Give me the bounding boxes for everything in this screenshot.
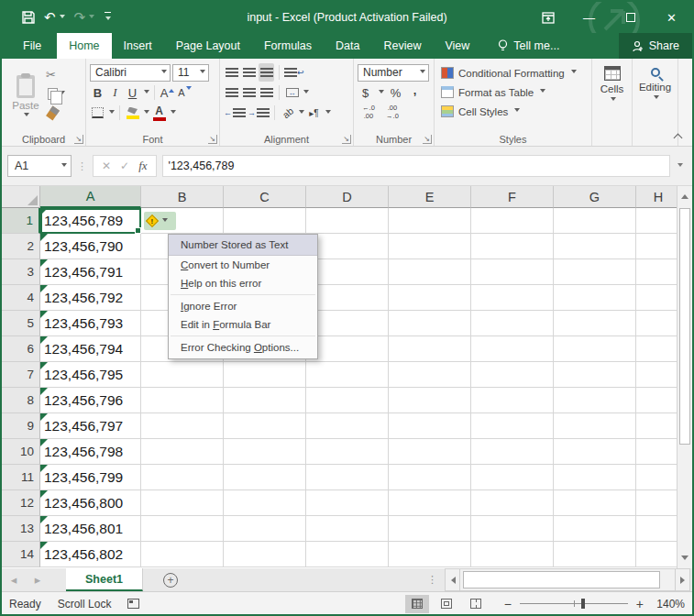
cell[interactable] — [306, 388, 389, 413]
cell[interactable] — [306, 516, 389, 542]
row-header[interactable]: 8 — [2, 388, 40, 413]
cell[interactable] — [224, 388, 306, 413]
cell[interactable] — [389, 311, 471, 336]
macro-record-icon[interactable] — [127, 599, 139, 609]
cell[interactable] — [389, 234, 471, 259]
font-size-dropdown-icon[interactable] — [200, 70, 205, 76]
insert-function-button[interactable]: fx — [138, 159, 147, 173]
cell[interactable] — [141, 439, 224, 465]
cell[interactable] — [554, 285, 636, 311]
cell-a1[interactable]: 123,456,789 — [40, 208, 141, 234]
tab-data[interactable]: Data — [324, 33, 371, 59]
row-header[interactable]: 9 — [2, 413, 40, 439]
row-header[interactable]: 14 — [2, 542, 40, 567]
cell[interactable] — [554, 516, 636, 542]
wrap-text-button[interactable]: ↩ — [284, 63, 305, 82]
cell[interactable] — [554, 439, 636, 465]
menu-item-error-checking-options[interactable]: Error Checking Options... — [169, 338, 317, 357]
tab-formulas[interactable]: Formulas — [252, 33, 324, 59]
middle-align-button[interactable] — [241, 63, 257, 82]
tab-file[interactable]: File — [7, 33, 57, 59]
vertical-scrollbar-thumb[interactable] — [679, 208, 690, 445]
horizontal-scrollbar[interactable] — [445, 568, 690, 591]
new-sheet-button[interactable]: + — [163, 573, 178, 588]
menu-item-help-on-this-error[interactable]: Help on this error — [169, 274, 317, 292]
cell[interactable] — [224, 362, 306, 388]
bottom-align-button[interactable] — [259, 63, 274, 82]
underline-button[interactable]: U — [125, 83, 140, 102]
cell-a2[interactable]: 123,456,790 — [40, 234, 141, 259]
cell[interactable] — [224, 439, 306, 465]
align-left-button[interactable] — [224, 83, 239, 102]
cell[interactable] — [389, 439, 471, 465]
cell[interactable] — [554, 490, 636, 516]
fill-color-button[interactable] — [125, 104, 140, 122]
cell[interactable] — [471, 542, 554, 567]
align-right-button[interactable] — [259, 83, 274, 102]
horizontal-scrollbar-thumb[interactable] — [463, 571, 660, 588]
tab-bar-splitter-handle[interactable]: ⋮ — [427, 574, 437, 586]
cell-a5[interactable]: 123,456,793 — [40, 311, 141, 336]
undo-button[interactable]: ↶ — [44, 9, 65, 26]
column-header-e[interactable]: E — [389, 186, 471, 208]
view-page-break-button[interactable] — [464, 595, 488, 613]
cell[interactable] — [471, 413, 554, 439]
ribbon-display-options-button[interactable] — [527, 2, 568, 33]
font-color-button[interactable]: A — [151, 104, 167, 122]
merge-center-button[interactable]: ↔ — [284, 83, 300, 102]
cell[interactable] — [141, 516, 224, 542]
percent-style-button[interactable]: % — [388, 83, 403, 102]
cell[interactable] — [471, 439, 554, 465]
sheet-tab-sheet1[interactable]: Sheet1 — [66, 568, 143, 591]
scroll-down-button[interactable] — [677, 548, 692, 568]
menu-item-ignore-error[interactable]: Ignore Error — [169, 297, 317, 315]
cell-a7[interactable]: 123,456,795 — [40, 362, 141, 388]
formula-bar-handle[interactable]: ⋮ — [77, 160, 87, 172]
collapse-ribbon-button[interactable] — [675, 135, 681, 141]
tab-insert[interactable]: Insert — [112, 33, 164, 59]
tab-page-layout[interactable]: Page Layout — [164, 33, 252, 59]
alignment-dialog-launcher[interactable]: ↘ — [342, 135, 351, 144]
cell[interactable] — [224, 542, 306, 567]
share-button[interactable]: Share — [619, 33, 692, 59]
cell[interactable] — [306, 490, 389, 516]
row-header[interactable]: 4 — [2, 285, 40, 311]
cell[interactable] — [389, 516, 471, 542]
cell[interactable] — [554, 234, 636, 259]
cell[interactable] — [389, 465, 471, 490]
cell[interactable] — [306, 542, 389, 567]
column-header-b[interactable]: B — [141, 186, 224, 208]
cell[interactable] — [554, 362, 636, 388]
decrease-font-size-button[interactable]: A — [177, 83, 193, 102]
font-dialog-launcher[interactable]: ↘ — [208, 135, 217, 144]
tell-me-box[interactable]: Tell me... — [487, 33, 570, 59]
cell[interactable] — [471, 336, 554, 362]
cell[interactable] — [306, 336, 389, 362]
tab-view[interactable]: View — [433, 33, 481, 59]
format-as-table-button[interactable]: Format as Table — [438, 82, 588, 102]
zoom-in-button[interactable]: + — [636, 597, 644, 611]
cell-a3[interactable]: 123,456,791 — [40, 259, 141, 285]
cut-button[interactable]: ✂ — [46, 66, 65, 82]
column-header-c[interactable]: C — [224, 186, 306, 208]
cell[interactable] — [224, 465, 306, 490]
cell-a12[interactable]: 123,456,800 — [40, 490, 141, 516]
cell[interactable] — [554, 413, 636, 439]
zoom-out-button[interactable]: − — [504, 597, 512, 611]
accounting-format-button[interactable]: $ — [358, 83, 373, 102]
cell[interactable] — [389, 362, 471, 388]
cell[interactable] — [554, 542, 636, 567]
zoom-slider-thumb[interactable] — [581, 599, 585, 609]
cell[interactable] — [141, 490, 224, 516]
row-header[interactable]: 6 — [2, 336, 40, 362]
vertical-scrollbar[interactable] — [677, 186, 692, 568]
cell[interactable] — [141, 362, 224, 388]
font-name-dropdown-icon[interactable] — [161, 70, 167, 76]
center-button[interactable] — [241, 83, 257, 102]
row-header[interactable]: 11 — [2, 465, 40, 490]
cell[interactable] — [389, 208, 471, 234]
zoom-level[interactable]: 140% — [652, 598, 685, 610]
cell[interactable] — [306, 413, 389, 439]
increase-indent-button[interactable]: → — [248, 104, 270, 122]
tab-home[interactable]: Home — [57, 33, 111, 59]
